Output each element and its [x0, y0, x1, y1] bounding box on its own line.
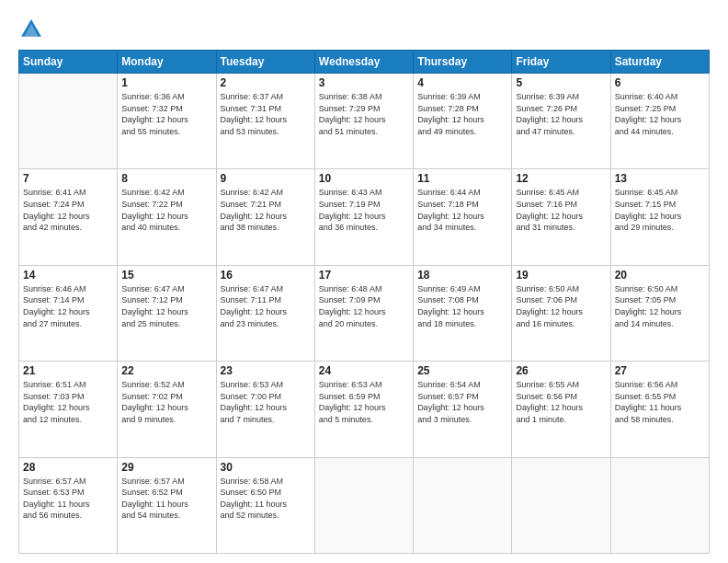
day-number: 26 [516, 364, 606, 377]
calendar-cell: 29Sunrise: 6:57 AM Sunset: 6:52 PM Dayli… [118, 457, 216, 553]
day-info: Sunrise: 6:58 AM Sunset: 6:50 PM Dayligh… [221, 476, 311, 522]
calendar-cell: 12Sunrise: 6:45 AM Sunset: 7:16 PM Dayli… [512, 169, 610, 265]
day-number: 23 [221, 364, 311, 377]
calendar-week-row: 21Sunrise: 6:51 AM Sunset: 7:03 PM Dayli… [19, 362, 710, 457]
day-info: Sunrise: 6:52 AM Sunset: 7:02 PM Dayligh… [121, 379, 211, 425]
calendar-cell: 24Sunrise: 6:53 AM Sunset: 6:59 PM Dayli… [314, 362, 413, 457]
day-info: Sunrise: 6:50 AM Sunset: 7:05 PM Dayligh… [615, 283, 705, 329]
calendar-week-row: 28Sunrise: 6:57 AM Sunset: 6:53 PM Dayli… [19, 457, 710, 553]
day-info: Sunrise: 6:42 AM Sunset: 7:21 PM Dayligh… [221, 187, 311, 233]
calendar-cell: 9Sunrise: 6:42 AM Sunset: 7:21 PM Daylig… [216, 169, 314, 265]
calendar-week-row: 1Sunrise: 6:36 AM Sunset: 7:32 PM Daylig… [19, 74, 710, 169]
calendar-cell: 17Sunrise: 6:48 AM Sunset: 7:09 PM Dayli… [314, 265, 413, 361]
day-number: 13 [615, 172, 705, 185]
calendar-cell: 7Sunrise: 6:41 AM Sunset: 7:24 PM Daylig… [19, 169, 118, 265]
day-number: 27 [615, 364, 705, 377]
day-number: 8 [121, 172, 211, 185]
column-header-saturday: Saturday [610, 51, 709, 74]
calendar-cell: 1Sunrise: 6:36 AM Sunset: 7:32 PM Daylig… [118, 74, 216, 169]
day-info: Sunrise: 6:41 AM Sunset: 7:24 PM Dayligh… [23, 187, 113, 233]
calendar-cell: 6Sunrise: 6:40 AM Sunset: 7:25 PM Daylig… [610, 74, 709, 169]
calendar-cell: 30Sunrise: 6:58 AM Sunset: 6:50 PM Dayli… [216, 457, 314, 553]
calendar-cell: 4Sunrise: 6:39 AM Sunset: 7:28 PM Daylig… [414, 74, 512, 169]
calendar-cell: 5Sunrise: 6:39 AM Sunset: 7:26 PM Daylig… [512, 74, 610, 169]
day-info: Sunrise: 6:39 AM Sunset: 7:26 PM Dayligh… [516, 91, 606, 137]
day-info: Sunrise: 6:53 AM Sunset: 6:59 PM Dayligh… [319, 379, 409, 425]
day-number: 20 [615, 269, 705, 282]
day-info: Sunrise: 6:43 AM Sunset: 7:19 PM Dayligh… [319, 187, 409, 233]
calendar-cell: 27Sunrise: 6:56 AM Sunset: 6:55 PM Dayli… [610, 362, 709, 457]
day-number: 24 [319, 364, 409, 377]
day-number: 18 [417, 269, 507, 282]
calendar-cell [19, 74, 118, 169]
calendar-cell: 8Sunrise: 6:42 AM Sunset: 7:22 PM Daylig… [118, 169, 216, 265]
day-info: Sunrise: 6:51 AM Sunset: 7:03 PM Dayligh… [23, 379, 113, 425]
calendar-table: SundayMondayTuesdayWednesdayThursdayFrid… [18, 50, 710, 554]
calendar-header-row: SundayMondayTuesdayWednesdayThursdayFrid… [19, 51, 710, 74]
day-number: 1 [121, 76, 211, 89]
calendar-cell: 16Sunrise: 6:47 AM Sunset: 7:11 PM Dayli… [216, 265, 314, 361]
calendar-cell [610, 457, 709, 553]
day-info: Sunrise: 6:54 AM Sunset: 6:57 PM Dayligh… [417, 379, 507, 425]
calendar-cell: 2Sunrise: 6:37 AM Sunset: 7:31 PM Daylig… [216, 74, 314, 169]
calendar-cell: 15Sunrise: 6:47 AM Sunset: 7:12 PM Dayli… [118, 265, 216, 361]
day-number: 30 [221, 461, 311, 474]
day-info: Sunrise: 6:42 AM Sunset: 7:22 PM Dayligh… [121, 187, 211, 233]
day-number: 22 [121, 364, 211, 377]
day-info: Sunrise: 6:39 AM Sunset: 7:28 PM Dayligh… [417, 91, 507, 137]
column-header-friday: Friday [512, 51, 610, 74]
day-number: 4 [417, 76, 507, 89]
column-header-sunday: Sunday [19, 51, 118, 74]
day-number: 29 [121, 461, 211, 474]
day-number: 21 [23, 364, 113, 377]
day-number: 10 [319, 172, 409, 185]
day-number: 15 [121, 269, 211, 282]
logo [18, 17, 48, 42]
day-info: Sunrise: 6:46 AM Sunset: 7:14 PM Dayligh… [23, 283, 113, 329]
day-info: Sunrise: 6:47 AM Sunset: 7:12 PM Dayligh… [121, 283, 211, 329]
page: SundayMondayTuesdayWednesdayThursdayFrid… [0, 0, 728, 563]
calendar-cell: 25Sunrise: 6:54 AM Sunset: 6:57 PM Dayli… [414, 362, 512, 457]
calendar-cell: 10Sunrise: 6:43 AM Sunset: 7:19 PM Dayli… [314, 169, 413, 265]
calendar-cell: 11Sunrise: 6:44 AM Sunset: 7:18 PM Dayli… [414, 169, 512, 265]
calendar-cell: 13Sunrise: 6:45 AM Sunset: 7:15 PM Dayli… [610, 169, 709, 265]
day-info: Sunrise: 6:45 AM Sunset: 7:16 PM Dayligh… [516, 187, 606, 233]
day-info: Sunrise: 6:49 AM Sunset: 7:08 PM Dayligh… [417, 283, 507, 329]
day-number: 5 [516, 76, 606, 89]
day-info: Sunrise: 6:38 AM Sunset: 7:29 PM Dayligh… [319, 91, 409, 137]
day-number: 9 [221, 172, 311, 185]
day-info: Sunrise: 6:50 AM Sunset: 7:06 PM Dayligh… [516, 283, 606, 329]
calendar-cell: 22Sunrise: 6:52 AM Sunset: 7:02 PM Dayli… [118, 362, 216, 457]
day-info: Sunrise: 6:48 AM Sunset: 7:09 PM Dayligh… [319, 283, 409, 329]
day-number: 19 [516, 269, 606, 282]
day-info: Sunrise: 6:40 AM Sunset: 7:25 PM Dayligh… [615, 91, 705, 137]
calendar-cell: 18Sunrise: 6:49 AM Sunset: 7:08 PM Dayli… [414, 265, 512, 361]
day-number: 17 [319, 269, 409, 282]
calendar-cell [414, 457, 512, 553]
day-info: Sunrise: 6:45 AM Sunset: 7:15 PM Dayligh… [615, 187, 705, 233]
calendar-cell: 28Sunrise: 6:57 AM Sunset: 6:53 PM Dayli… [19, 457, 118, 553]
day-number: 28 [23, 461, 113, 474]
calendar-cell: 26Sunrise: 6:55 AM Sunset: 6:56 PM Dayli… [512, 362, 610, 457]
calendar-cell: 14Sunrise: 6:46 AM Sunset: 7:14 PM Dayli… [19, 265, 118, 361]
day-number: 6 [615, 76, 705, 89]
day-number: 2 [221, 76, 311, 89]
day-info: Sunrise: 6:47 AM Sunset: 7:11 PM Dayligh… [221, 283, 311, 329]
calendar-cell [314, 457, 413, 553]
calendar-cell: 3Sunrise: 6:38 AM Sunset: 7:29 PM Daylig… [314, 74, 413, 169]
day-info: Sunrise: 6:53 AM Sunset: 7:00 PM Dayligh… [221, 379, 311, 425]
calendar-cell: 21Sunrise: 6:51 AM Sunset: 7:03 PM Dayli… [19, 362, 118, 457]
calendar-week-row: 7Sunrise: 6:41 AM Sunset: 7:24 PM Daylig… [19, 169, 710, 265]
column-header-tuesday: Tuesday [216, 51, 314, 74]
day-number: 12 [516, 172, 606, 185]
column-header-thursday: Thursday [414, 51, 512, 74]
calendar-week-row: 14Sunrise: 6:46 AM Sunset: 7:14 PM Dayli… [19, 265, 710, 361]
day-info: Sunrise: 6:36 AM Sunset: 7:32 PM Dayligh… [121, 91, 211, 137]
day-number: 3 [319, 76, 409, 89]
day-info: Sunrise: 6:37 AM Sunset: 7:31 PM Dayligh… [221, 91, 311, 137]
column-header-wednesday: Wednesday [314, 51, 413, 74]
day-number: 25 [417, 364, 507, 377]
day-number: 11 [417, 172, 507, 185]
calendar-cell: 20Sunrise: 6:50 AM Sunset: 7:05 PM Dayli… [610, 265, 709, 361]
day-number: 16 [221, 269, 311, 282]
